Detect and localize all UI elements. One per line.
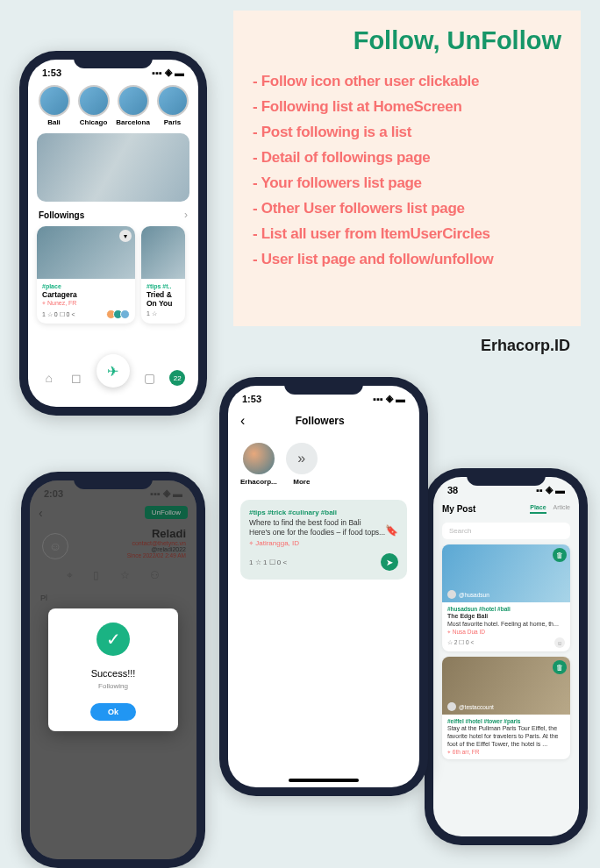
tab-place[interactable]: Place xyxy=(530,504,546,514)
story-item[interactable]: Paris xyxy=(155,85,189,126)
stories-row[interactable]: Bali Chicago Barcelona Paris xyxy=(28,82,198,128)
signal-icon: ▪▪▪ xyxy=(152,68,162,78)
phone-unfollow: 2:03 ▪▪▪◈▬ ‹ UnFollow ☺ Reladi contact@t… xyxy=(21,472,205,868)
phone-mypost: 38 ▪▪◈▬ My Post Place Article Search 🗑 @… xyxy=(425,468,588,845)
featured-image[interactable] xyxy=(37,133,189,202)
feature-item: - Other User followers list page xyxy=(253,200,561,217)
feature-item: - Follow icon other user clickable xyxy=(253,73,561,90)
credit-label: Erhacorp.ID xyxy=(481,337,570,355)
post-card[interactable]: 🗑 @testaccount #eiffel #hotel #tower #pa… xyxy=(442,657,570,759)
post-card[interactable]: #tips #t.. Tried & On You 1 ☆ xyxy=(141,226,185,324)
delete-icon[interactable]: 🗑 xyxy=(553,548,567,562)
feature-panel: Follow, UnFollow - Follow icon other use… xyxy=(233,11,581,326)
back-icon[interactable]: ‹ xyxy=(240,413,245,429)
home-icon[interactable]: ⌂ xyxy=(41,370,57,386)
tab-article[interactable]: Article xyxy=(554,504,570,514)
note-icon[interactable]: ▢ xyxy=(142,370,158,386)
post-card[interactable]: #tips #trick #culinary #bali Where to fi… xyxy=(240,500,407,580)
nav-badge[interactable]: 22 xyxy=(169,370,185,386)
feature-item: - Your followers list page xyxy=(253,174,561,192)
bookmark-icon[interactable]: 🔖 xyxy=(385,524,398,537)
post-card[interactable]: 🗑 @husadsun #husadsun #hotel #bali The E… xyxy=(442,544,570,651)
feature-item: - User list page and follow/unfollow xyxy=(253,251,561,268)
user-icon[interactable]: ☺ xyxy=(554,637,565,648)
bookmark-icon[interactable]: ▾ xyxy=(119,230,132,242)
followings-label: Followings xyxy=(39,210,84,220)
story-item[interactable]: Bali xyxy=(37,85,71,126)
success-dialog: ✓ Success!!! Following Ok xyxy=(48,608,178,731)
home-indicator xyxy=(289,779,359,782)
feature-item: - List all user from ItemUserCircles xyxy=(253,225,561,243)
chevron-right-icon[interactable]: › xyxy=(184,209,188,221)
bottom-nav: ⌂ ◻ ✈ ▢ 22 xyxy=(28,356,198,400)
dialog-overlay[interactable]: ✓ Success!!! Following Ok xyxy=(30,480,196,859)
panel-title: Follow, UnFollow xyxy=(253,26,561,55)
avatar xyxy=(243,443,275,474)
post-location: ⌖ Jatirangga, ID xyxy=(249,539,398,548)
feature-item: - Post following is a list xyxy=(253,124,561,141)
chevron-double-icon: » xyxy=(286,443,318,474)
feature-item: - Detail of followings page xyxy=(253,149,561,167)
dialog-title: Success!!! xyxy=(59,668,168,679)
post-card[interactable]: ▾ #place Cartagera ⌖ Nunez, FR 1 ☆ 0 ☐ 0… xyxy=(37,226,135,324)
page-title: My Post xyxy=(442,504,475,514)
status-time: 1:53 xyxy=(42,68,61,78)
status-time: 1:53 xyxy=(242,394,261,404)
post-tags: #tips #trick #culinary #bali xyxy=(249,509,398,516)
follower-item[interactable]: Erhacorp... xyxy=(240,443,277,486)
battery-icon: ▬ xyxy=(175,68,184,78)
page-title: Followers xyxy=(296,415,345,427)
author-handle[interactable]: @testaccount xyxy=(447,702,494,711)
phone-home: 1:53 ▪▪▪◈▬ Bali Chicago Barcelona Paris … xyxy=(19,51,207,416)
post-text: Where to find the best food in Bali Here… xyxy=(249,518,398,537)
feature-item: - Following list at HomeScreen xyxy=(253,98,561,116)
phone-followers: 1:53 ▪▪▪◈▬ ‹ Followers Erhacorp... » Mor… xyxy=(219,377,428,796)
ok-button[interactable]: Ok xyxy=(90,703,136,721)
story-item[interactable]: Chicago xyxy=(76,85,111,126)
check-icon: ✓ xyxy=(96,623,130,656)
avatar-stack[interactable] xyxy=(109,309,130,319)
dialog-subtitle: Following xyxy=(59,682,168,690)
status-time: 38 xyxy=(447,485,458,495)
story-item[interactable]: Barcelona xyxy=(116,85,150,126)
more-button[interactable]: » More xyxy=(286,443,318,486)
paper-icon[interactable]: ◻ xyxy=(68,370,84,386)
author-handle[interactable]: @husadsun xyxy=(447,590,489,599)
search-input[interactable]: Search xyxy=(442,523,570,539)
wifi-icon: ◈ xyxy=(165,67,172,78)
delete-icon[interactable]: 🗑 xyxy=(553,660,567,674)
go-icon[interactable]: ➤ xyxy=(381,553,398,571)
compose-button[interactable]: ✈ xyxy=(96,354,130,388)
